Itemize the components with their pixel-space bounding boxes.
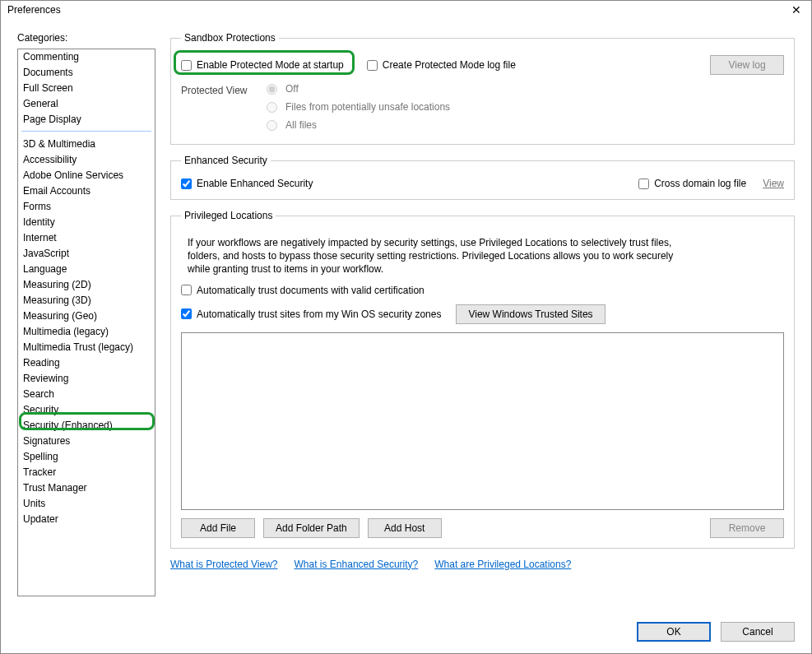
category-item[interactable]: Units: [18, 496, 155, 512]
create-log-input[interactable]: [367, 60, 378, 71]
pv-off-radio[interactable]: Off: [267, 83, 450, 95]
category-item[interactable]: Reading: [18, 355, 155, 371]
enhanced-security-group: Enhanced Security Enable Enhanced Securi…: [170, 155, 795, 200]
priv-description: If your workflows are negatively impacte…: [188, 236, 681, 276]
auto-trust-cert-label: Automatically trust documents with valid…: [197, 285, 425, 296]
category-item[interactable]: Documents: [18, 65, 155, 81]
category-item[interactable]: Forms: [18, 199, 155, 215]
category-item[interactable]: Measuring (3D): [18, 293, 155, 308]
enable-enhanced-checkbox[interactable]: Enable Enhanced Security: [181, 178, 313, 189]
category-item[interactable]: Commenting: [18, 49, 155, 65]
pv-all-radio[interactable]: All files: [267, 119, 450, 131]
category-item[interactable]: Email Accounts: [18, 183, 155, 199]
add-host-button[interactable]: Add Host: [368, 518, 442, 538]
category-item[interactable]: Measuring (2D): [18, 277, 155, 293]
category-item[interactable]: Tracker: [18, 465, 155, 480]
category-item[interactable]: Language: [18, 262, 155, 277]
category-item[interactable]: Measuring (Geo): [18, 308, 155, 324]
category-item-security-enhanced[interactable]: Security (Enhanced): [18, 418, 155, 434]
category-item[interactable]: Security: [18, 402, 155, 418]
help-enhanced-security-link[interactable]: What is Enhanced Security?: [295, 559, 419, 570]
auto-trust-sites-input[interactable]: [181, 308, 192, 319]
enhanced-legend: Enhanced Security: [181, 155, 271, 166]
enable-enhanced-label: Enable Enhanced Security: [197, 178, 313, 189]
cross-domain-log-checkbox[interactable]: Cross domain log file: [638, 178, 746, 189]
category-item[interactable]: JavaScript: [18, 246, 155, 262]
category-item[interactable]: Updater: [18, 512, 155, 527]
cross-domain-log-label: Cross domain log file: [654, 178, 746, 189]
sandbox-protections-group: Sandbox Protections Enable Protected Mod…: [170, 32, 795, 145]
view-cross-log-link[interactable]: View: [763, 178, 784, 189]
pv-unsafe-radio[interactable]: Files from potentially unsafe locations: [267, 101, 450, 113]
create-log-checkbox[interactable]: Create Protected Mode log file: [367, 59, 516, 71]
auto-trust-sites-label: Automatically trust sites from my Win OS…: [197, 308, 441, 320]
create-log-label: Create Protected Mode log file: [383, 59, 516, 71]
category-item[interactable]: Page Display: [18, 112, 155, 128]
category-item[interactable]: Signatures: [18, 434, 155, 449]
categories-label: Categories:: [17, 32, 157, 44]
category-item[interactable]: Accessibility: [18, 152, 155, 168]
category-item[interactable]: Multimedia Trust (legacy): [18, 340, 155, 355]
enable-enhanced-input[interactable]: [181, 179, 192, 189]
add-folder-button[interactable]: Add Folder Path: [263, 518, 360, 538]
close-icon[interactable]: ✕: [788, 4, 805, 16]
help-privileged-locations-link[interactable]: What are Privileged Locations?: [434, 559, 571, 570]
auto-trust-sites-checkbox[interactable]: Automatically trust sites from my Win OS…: [181, 308, 441, 320]
category-item[interactable]: Trust Manager: [18, 480, 155, 496]
category-item[interactable]: Adobe Online Services: [18, 168, 155, 183]
cross-domain-log-input[interactable]: [638, 179, 649, 189]
categories-listbox[interactable]: Commenting Documents Full Screen General…: [17, 49, 155, 596]
window-title: Preferences: [7, 4, 61, 16]
category-item[interactable]: Reviewing: [18, 371, 155, 387]
remove-button[interactable]: Remove: [710, 518, 784, 538]
category-item[interactable]: Spelling: [18, 449, 155, 465]
view-log-button[interactable]: View log: [710, 55, 784, 75]
sandbox-legend: Sandbox Protections: [181, 32, 279, 44]
privileged-locations-group: Privileged Locations If your workflows a…: [170, 210, 795, 549]
protected-view-label: Protected View: [181, 83, 255, 96]
help-protected-view-link[interactable]: What is Protected View?: [170, 559, 278, 570]
category-item[interactable]: Search: [18, 387, 155, 402]
auto-trust-cert-input[interactable]: [181, 285, 192, 295]
add-file-button[interactable]: Add File: [181, 518, 255, 538]
category-item[interactable]: Full Screen: [18, 81, 155, 96]
category-item[interactable]: Multimedia (legacy): [18, 324, 155, 340]
cancel-button[interactable]: Cancel: [721, 622, 795, 642]
enable-protected-mode-checkbox[interactable]: Enable Protected Mode at startup: [181, 59, 344, 71]
priv-legend: Privileged Locations: [181, 210, 276, 221]
view-trusted-sites-button[interactable]: View Windows Trusted Sites: [456, 304, 605, 324]
category-item[interactable]: Identity: [18, 215, 155, 230]
category-item[interactable]: 3D & Multimedia: [18, 137, 155, 152]
privileged-locations-listbox[interactable]: [181, 332, 784, 510]
enable-protected-mode-input[interactable]: [181, 60, 192, 71]
category-item[interactable]: Internet: [18, 230, 155, 246]
category-item[interactable]: General: [18, 96, 155, 112]
enable-protected-mode-label: Enable Protected Mode at startup: [197, 59, 344, 71]
ok-button[interactable]: OK: [637, 622, 711, 642]
auto-trust-cert-checkbox[interactable]: Automatically trust documents with valid…: [181, 285, 425, 296]
